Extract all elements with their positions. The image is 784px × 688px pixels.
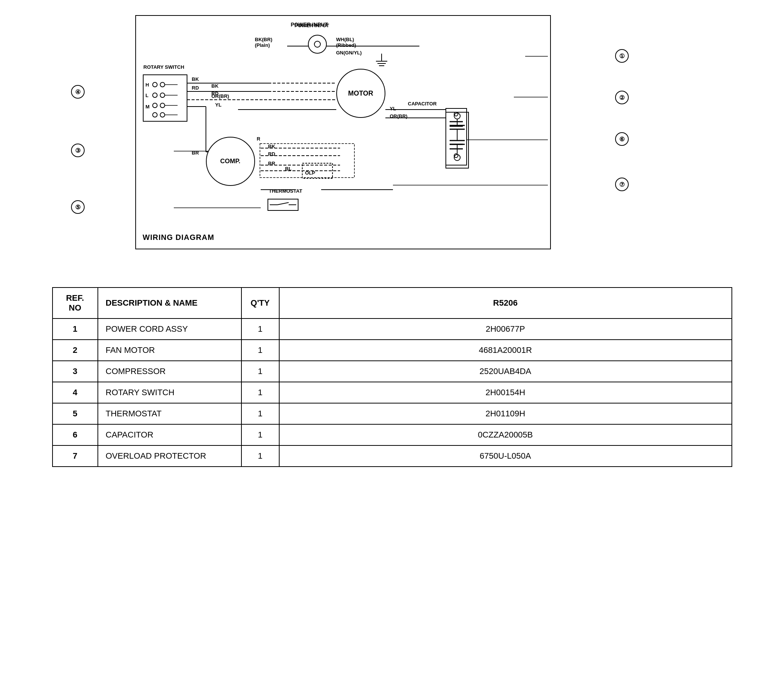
bk-br-label: BK(BR) (Plain) xyxy=(255,37,272,48)
cell-desc: OVERLOAD PROTECTOR xyxy=(98,446,241,467)
table-row: 5 THERMOSTAT 1 2H01109H xyxy=(53,403,732,424)
callout-5: ⑤ xyxy=(71,200,85,214)
parts-table-section: REF. NO DESCRIPTION & NAME Q'TY R5206 1 … xyxy=(52,287,732,467)
power-plug-symbol xyxy=(308,35,327,54)
orbr-cap-label: OR(BR) xyxy=(390,114,408,119)
thermostat-label: THERMOSTAT xyxy=(269,188,302,194)
rotary-switch-box: H L M xyxy=(143,74,188,122)
callout-3: ③ xyxy=(71,143,85,157)
cell-qty: 1 xyxy=(241,382,279,403)
col-header-qty: Q'TY xyxy=(241,288,279,319)
svg-point-42 xyxy=(153,82,157,87)
capacitor-symbol xyxy=(444,110,470,171)
rd-wire-l: RD xyxy=(192,85,199,91)
table-row: 6 CAPACITOR 1 0CZZA20005B xyxy=(53,424,732,446)
br-comp: BR xyxy=(268,161,275,166)
cell-desc: ROTARY SWITCH xyxy=(98,382,241,403)
wh-bl-label: WH(BL) (Ribbed) xyxy=(336,37,356,48)
cell-qty: 1 xyxy=(241,361,279,382)
callout-4: ④ xyxy=(71,85,85,99)
table-row: 3 COMPRESSOR 1 2520UAB4DA xyxy=(53,361,732,382)
cell-desc: POWER CORD ASSY xyxy=(98,319,241,340)
table-row: 1 POWER CORD ASSY 1 2H00677P xyxy=(53,319,732,340)
comp-circle: COMP. xyxy=(206,137,255,186)
svg-point-49 xyxy=(160,113,165,117)
svg-text:L: L xyxy=(145,92,148,98)
cell-part: 4681A20001R xyxy=(279,340,732,361)
bk-comp: BK xyxy=(268,143,275,149)
capacitor-label: CAPACITOR xyxy=(408,101,437,107)
col-header-ref: REF. NO xyxy=(53,288,98,319)
cell-qty: 1 xyxy=(241,403,279,424)
cell-part: 2520UAB4DA xyxy=(279,361,732,382)
svg-line-65 xyxy=(277,202,289,205)
bk-wire-h2: BK xyxy=(212,83,219,89)
cell-qty: 1 xyxy=(241,424,279,446)
cell-ref: 7 xyxy=(53,446,98,467)
cell-part: 2H00154H xyxy=(279,382,732,403)
svg-point-44 xyxy=(153,93,157,97)
br-label: BR xyxy=(192,150,199,156)
gn-label: GN(GN/YL) xyxy=(336,50,362,56)
callout-6: ⑥ xyxy=(615,132,629,146)
svg-point-54 xyxy=(454,113,460,119)
svg-text:H: H xyxy=(145,82,149,88)
power-input-text: POWER INPUT xyxy=(291,21,328,28)
svg-point-46 xyxy=(153,103,157,108)
bk-wire-h: BK xyxy=(192,76,199,82)
thermostat-symbol xyxy=(267,199,298,211)
svg-point-47 xyxy=(160,103,165,108)
cell-ref: 2 xyxy=(53,340,98,361)
svg-point-62 xyxy=(454,155,460,161)
cell-ref: 1 xyxy=(53,319,98,340)
col-header-desc: DESCRIPTION & NAME xyxy=(98,288,241,319)
svg-point-48 xyxy=(153,113,157,117)
cell-ref: 6 xyxy=(53,424,98,446)
cell-desc: CAPACITOR xyxy=(98,424,241,446)
parts-tbody: 1 POWER CORD ASSY 1 2H00677P 2 FAN MOTOR… xyxy=(53,319,732,467)
orbr-wire: OR(BR) xyxy=(212,93,229,99)
cell-desc: THERMOSTAT xyxy=(98,403,241,424)
parts-table: REF. NO DESCRIPTION & NAME Q'TY R5206 1 … xyxy=(52,287,732,467)
callout-1: ① xyxy=(615,49,629,63)
rotary-switch-label: ROTARY SWITCH xyxy=(143,64,184,70)
table-row: 2 FAN MOTOR 1 4681A20001R xyxy=(53,340,732,361)
cell-part: 2H01109H xyxy=(279,403,732,424)
cell-part: 2H00677P xyxy=(279,319,732,340)
callout-2: ② xyxy=(615,91,629,104)
svg-text:M: M xyxy=(145,104,150,110)
cell-part: 0CZZA20005B xyxy=(279,424,732,446)
yl-wire: YL xyxy=(215,102,222,108)
wiring-diagram-label: WIRING DIAGRAM xyxy=(143,233,215,242)
table-row: 7 OVERLOAD PROTECTOR 1 6750U-L050A xyxy=(53,446,732,467)
svg-point-45 xyxy=(160,93,165,97)
diagram-box: POWER INPUT POWER INPUT BK(BR) (Plain) W… xyxy=(135,15,551,249)
cell-desc: COMPRESSOR xyxy=(98,361,241,382)
cell-part: 6750U-L050A xyxy=(279,446,732,467)
table-row: 4 ROTARY SWITCH 1 2H00154H xyxy=(53,382,732,403)
cell-qty: 1 xyxy=(241,446,279,467)
bl-comp: BL xyxy=(285,166,292,171)
r-label: R xyxy=(257,136,260,142)
cell-desc: FAN MOTOR xyxy=(98,340,241,361)
cell-qty: 1 xyxy=(241,319,279,340)
cell-ref: 5 xyxy=(53,403,98,424)
wiring-diagram-section: ① ② ③ ④ ⑤ ⑥ ⑦ xyxy=(52,15,732,287)
yl-cap-label: YL xyxy=(390,106,396,112)
table-header-row: REF. NO DESCRIPTION & NAME Q'TY R5206 xyxy=(53,288,732,319)
cell-ref: 3 xyxy=(53,361,98,382)
cell-qty: 1 xyxy=(241,340,279,361)
cell-ref: 4 xyxy=(53,382,98,403)
col-header-part: R5206 xyxy=(279,288,732,319)
svg-point-43 xyxy=(160,82,165,87)
olp-label: OLP xyxy=(305,170,316,176)
motor-circle: MOTOR xyxy=(336,69,385,118)
callout-7: ⑦ xyxy=(615,178,629,191)
rd-comp: RD xyxy=(268,151,275,157)
